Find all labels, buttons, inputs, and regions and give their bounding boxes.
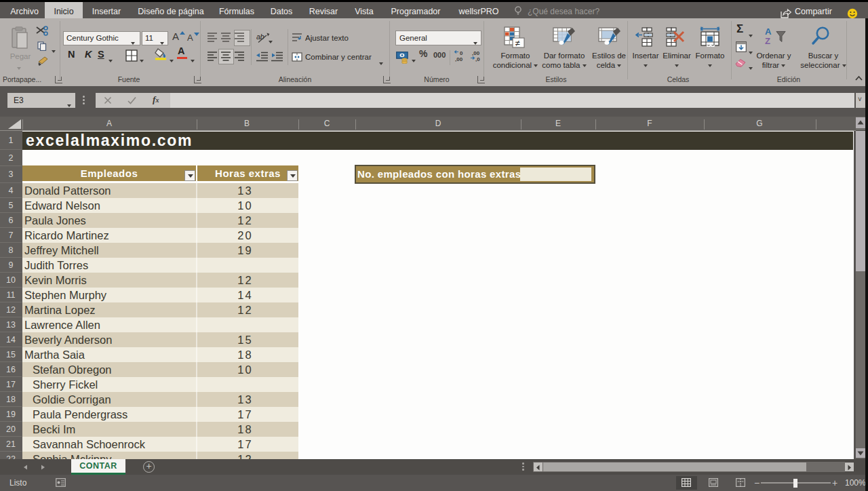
svg-text:≠: ≠	[515, 38, 520, 48]
svg-text:,0: ,0	[475, 56, 480, 62]
svg-text:ab: ab	[256, 33, 264, 41]
svg-text:Z: Z	[765, 36, 770, 46]
svg-text:A: A	[765, 26, 772, 37]
svg-text:,00: ,00	[455, 56, 463, 62]
